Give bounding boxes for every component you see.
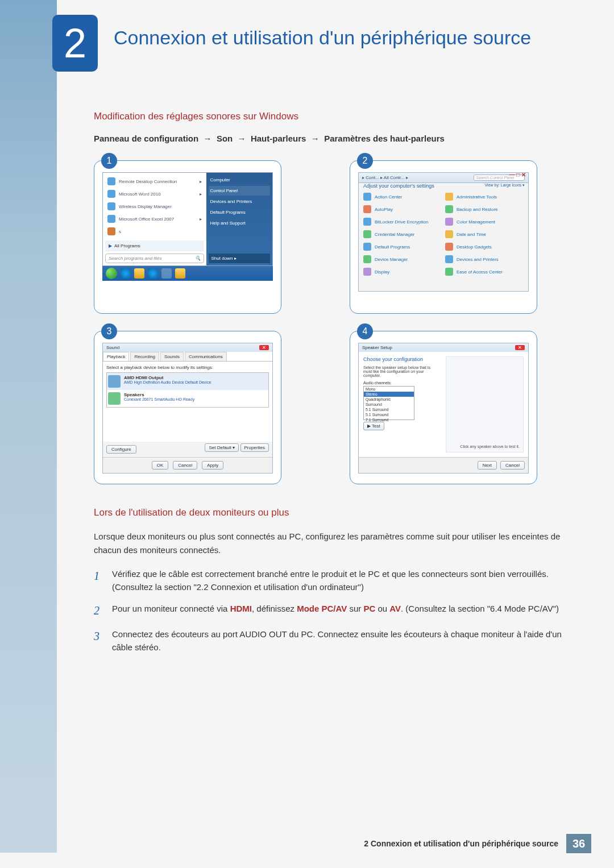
step-number: 2 [94, 602, 105, 620]
device-icon [108, 375, 121, 388]
playback-device[interactable]: AMD HDMI Output AMD High Definition Audi… [107, 373, 268, 390]
bitlocker-icon [363, 218, 371, 226]
start-menu-item[interactable]: s [105, 225, 204, 238]
shutdown-button[interactable]: Shut down ▸ [209, 254, 270, 263]
flag-icon [363, 193, 371, 201]
breadcrumb: Speaker Setup [362, 345, 392, 350]
list-item[interactable]: Mono [364, 387, 414, 392]
app-icon [107, 202, 115, 210]
cp-item[interactable]: Administrative Tools [445, 191, 524, 202]
taskbar-icon[interactable] [148, 268, 158, 279]
intro-text: Lorsque deux moniteurs ou plus sont conn… [94, 530, 571, 557]
search-icon: 🔍 [195, 256, 201, 261]
cp-item[interactable]: Ease of Access Center [445, 266, 524, 277]
taskbar-icon[interactable] [161, 268, 172, 279]
tab-recording[interactable]: Recording [130, 352, 159, 361]
app-icon [107, 227, 115, 235]
cp-item[interactable]: Backup and Restore [445, 203, 524, 215]
credential-icon [363, 230, 371, 238]
cp-item[interactable]: Action Center [363, 191, 442, 202]
section-heading-two-monitors: Lors de l'utilisation de deux moniteurs … [94, 507, 571, 518]
color-icon [445, 218, 453, 226]
path-part: Son [217, 134, 233, 143]
playback-device[interactable]: Speakers Conexant 20671 SmartAudio HD Re… [107, 390, 268, 407]
step-text: Vérifiez que le câble est correctement b… [112, 567, 571, 594]
section-heading-sound: Modification des réglages sonores sur Wi… [94, 111, 571, 122]
start-menu-item[interactable]: Wireless Display Manager [105, 200, 204, 213]
taskbar-icon[interactable] [175, 268, 185, 279]
test-button[interactable]: ▶ Test [363, 422, 384, 430]
step-item: 3 Connectez des écouteurs au port AUDIO … [94, 628, 571, 654]
tab-playback[interactable]: Playback [103, 352, 129, 361]
apply-button[interactable]: Apply [202, 461, 223, 470]
autoplay-icon [363, 205, 371, 213]
list-item[interactable]: 5.1 Surround [364, 407, 414, 412]
cancel-button[interactable]: Cancel [173, 461, 197, 470]
step-badge: 1 [101, 153, 117, 169]
all-programs[interactable]: All Programs [105, 240, 204, 251]
step-badge: 2 [357, 153, 373, 169]
wizard-heading: Choose your configuration [363, 356, 440, 362]
step-text: Connectez des écouteurs au port AUDIO OU… [112, 628, 571, 654]
cp-item[interactable]: Color Management [445, 216, 524, 227]
side-bar [0, 0, 57, 853]
breadcrumb[interactable]: ▸ Cont... ▸ All Contr... ▸ [362, 175, 408, 180]
cp-item[interactable]: AutoPlay [363, 203, 442, 215]
list-item[interactable]: Surround [364, 402, 414, 407]
set-default-button[interactable]: Set Default ▾ [205, 443, 239, 452]
cp-item[interactable]: Date and Time [445, 229, 524, 240]
instruction-text: Select a playback device below to modify… [106, 365, 269, 370]
configure-button[interactable]: Configure [106, 445, 136, 454]
start-right-item[interactable]: Help and Support [209, 218, 270, 228]
backup-icon [445, 205, 453, 213]
screenshot-sound-dialog: 3 Sound ✕ Playback Recording Sounds Comm… [94, 331, 281, 484]
search-input[interactable]: Search programs and files 🔍 [105, 254, 204, 263]
start-menu-item[interactable]: Microsoft Word 2010▸ [105, 188, 204, 200]
admin-tools-icon [445, 193, 453, 201]
start-right-item[interactable]: Default Programs [209, 207, 270, 217]
list-item[interactable]: 5.1 Surround [364, 412, 414, 417]
chevron-right-icon: ▸ [200, 179, 202, 184]
list-item[interactable]: Stereo [364, 392, 414, 397]
cp-item[interactable]: Display [363, 266, 442, 277]
audio-channels-list[interactable]: Mono Stereo Quadraphonic Surround 5.1 Su… [363, 386, 414, 420]
view-by-dropdown[interactable]: View by: Large icons ▾ [485, 183, 528, 188]
start-orb-icon[interactable] [106, 268, 117, 279]
footer-text: 2 Connexion et utilisation d'un périphér… [364, 839, 558, 848]
tab-communications[interactable]: Communications [185, 352, 227, 361]
datetime-icon [445, 230, 453, 238]
list-item[interactable]: Quadraphonic [364, 397, 414, 402]
ease-access-icon [445, 268, 453, 276]
close-icon[interactable]: ✕ [515, 345, 525, 350]
ok-button[interactable]: OK [152, 461, 169, 470]
next-button[interactable]: Next [478, 461, 497, 470]
cp-item[interactable]: Credential Manager [363, 229, 442, 240]
navigation-path: Panneau de configuration → Son → Haut-pa… [94, 134, 571, 143]
start-right-item[interactable]: Computer [209, 175, 270, 185]
chapter-title: Connexion et utilisation d'un périphériq… [114, 26, 557, 50]
chevron-right-icon: ▸ [200, 192, 202, 197]
window-titlebar: Speaker Setup ✕ [359, 343, 528, 352]
path-part: Paramètres des haut-parleurs [324, 134, 445, 143]
properties-button[interactable]: Properties [240, 443, 269, 452]
close-icon[interactable]: — □ ✕ [509, 172, 526, 178]
chevron-right-icon: ▸ [200, 217, 202, 222]
explorer-icon[interactable] [134, 268, 144, 279]
start-right-item[interactable]: Devices and Printers [209, 197, 270, 206]
start-right-item[interactable]: Control Panel [209, 186, 270, 196]
tabs: Playback Recording Sounds Communications [103, 352, 272, 362]
cancel-button[interactable]: Cancel [500, 461, 525, 470]
cp-item[interactable]: Devices and Printers [445, 254, 524, 265]
cp-item[interactable]: Desktop Gadgets [445, 241, 524, 252]
ie-icon[interactable] [121, 268, 131, 279]
close-icon[interactable]: ✕ [259, 345, 269, 350]
cp-item[interactable]: BitLocker Drive Encryption [363, 216, 442, 227]
step-badge: 4 [357, 323, 373, 339]
cp-item[interactable]: Device Manager [363, 254, 442, 265]
page-footer: 2 Connexion et utilisation d'un périphér… [0, 834, 591, 853]
chapter-number: 2 [64, 20, 86, 67]
tab-sounds[interactable]: Sounds [160, 352, 184, 361]
start-menu-item[interactable]: Microsoft Office Excel 2007▸ [105, 213, 204, 225]
cp-item[interactable]: Default Programs [363, 241, 442, 252]
start-menu-item[interactable]: Remote Desktop Connection▸ [105, 175, 204, 188]
